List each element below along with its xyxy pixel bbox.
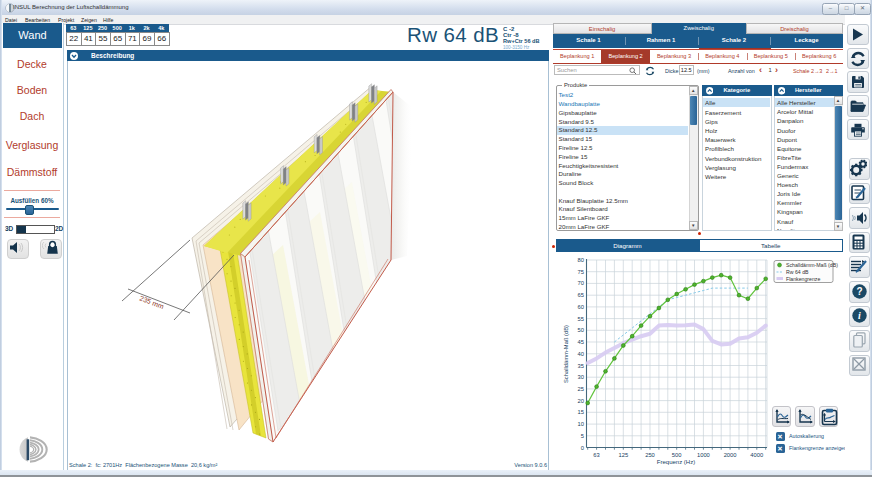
svg-text:235 mm: 235 mm xyxy=(139,294,165,310)
svg-text:?: ? xyxy=(856,286,862,297)
svg-text:Frequenz (Hz): Frequenz (Hz) xyxy=(657,459,695,465)
svg-text:Schalldämm-Maß (dB): Schalldämm-Maß (dB) xyxy=(786,262,838,268)
svg-text:63: 63 xyxy=(593,452,599,458)
svg-text:Schalldämm-Maß (dB): Schalldämm-Maß (dB) xyxy=(563,325,569,383)
svg-text:35: 35 xyxy=(578,363,584,369)
svg-text:25: 25 xyxy=(578,386,584,392)
svg-text:65: 65 xyxy=(578,292,584,298)
svg-text:15: 15 xyxy=(578,409,584,415)
svg-text:30: 30 xyxy=(578,374,584,380)
svg-text:i: i xyxy=(858,310,861,321)
svg-text:60: 60 xyxy=(578,304,584,310)
svg-text:10: 10 xyxy=(578,421,584,427)
svg-text:45: 45 xyxy=(578,339,584,345)
svg-text:2000: 2000 xyxy=(724,452,737,458)
svg-text:Flankengrenze: Flankengrenze xyxy=(786,276,820,282)
svg-text:0: 0 xyxy=(581,445,584,451)
svg-text:4000: 4000 xyxy=(750,452,763,458)
svg-text:1000: 1000 xyxy=(697,452,710,458)
svg-text:20: 20 xyxy=(578,398,584,404)
svg-text:75: 75 xyxy=(578,269,584,275)
svg-text:50: 50 xyxy=(578,327,584,333)
svg-text:70: 70 xyxy=(578,280,584,286)
svg-text:Rw 64 dB: Rw 64 dB xyxy=(786,269,809,275)
svg-text:125: 125 xyxy=(618,452,628,458)
svg-text:500: 500 xyxy=(672,452,682,458)
svg-text:80: 80 xyxy=(578,257,584,263)
svg-text:40: 40 xyxy=(578,351,584,357)
svg-text:55: 55 xyxy=(578,316,584,322)
svg-text:250: 250 xyxy=(645,452,655,458)
svg-text:5: 5 xyxy=(581,433,584,439)
